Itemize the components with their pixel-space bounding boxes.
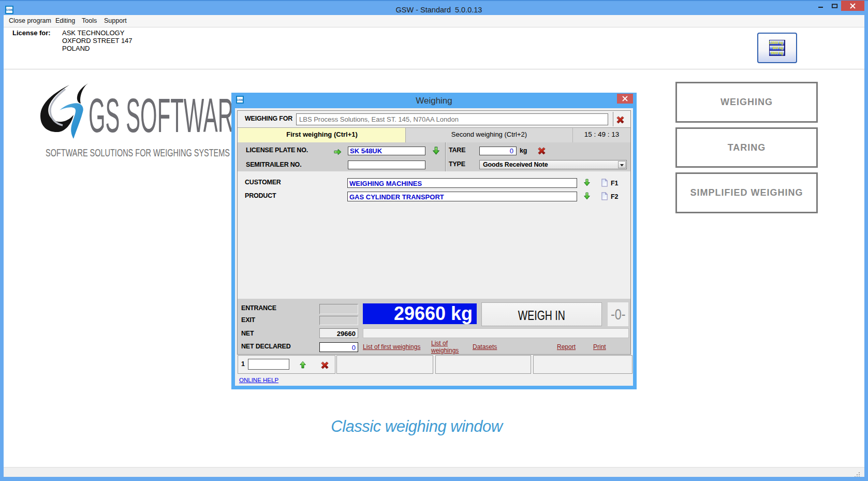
svg-text:800 kg: 800 kg (773, 46, 783, 50)
svg-text:SOFTWARE SOLUTIONS FOR WEIGHIN: SOFTWARE SOLUTIONS FOR WEIGHING SYSTEMS (46, 147, 230, 158)
svg-text:12800 kg: 12800 kg (769, 41, 783, 45)
svg-text:GS SOFTWARE: GS SOFTWARE (89, 89, 246, 142)
svg-text:GSW: GSW (6, 8, 13, 11)
svg-text:GSW: GSW (237, 98, 244, 101)
svg-text:9500 kg: 9500 kg (771, 51, 783, 55)
